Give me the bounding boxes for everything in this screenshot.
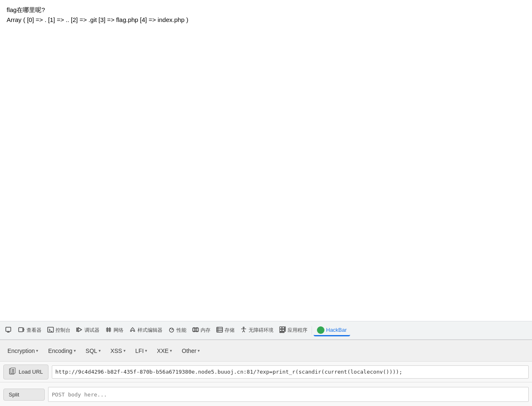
- load-url-button[interactable]: Load URL: [3, 365, 48, 379]
- hackbar-encoding-menu[interactable]: Encoding ▾: [44, 345, 80, 357]
- application-icon: [279, 326, 286, 334]
- xxe-arrow: ▾: [170, 348, 172, 353]
- devtools-hackbar-btn[interactable]: HackBar: [314, 325, 350, 336]
- browser-content: flag在哪里呢? Array ( [0] => . [1] => .. [2]…: [0, 0, 532, 340]
- memory-label: 内存: [201, 327, 210, 334]
- svg-line-40: [242, 331, 244, 332]
- sql-arrow: ▾: [99, 348, 101, 353]
- svg-rect-3: [19, 328, 23, 332]
- style-editor-label: 样式编辑器: [138, 327, 162, 334]
- svg-rect-44: [285, 327, 285, 329]
- hackbar-xss-menu[interactable]: XSS ▾: [106, 345, 130, 357]
- svg-line-41: [244, 331, 245, 332]
- devtools-application-btn[interactable]: 应用程序: [277, 325, 310, 336]
- sql-label: SQL: [86, 348, 97, 354]
- inspector-icon2: [18, 326, 25, 334]
- split-label: Split: [9, 391, 19, 398]
- application-label: 应用程序: [288, 327, 307, 334]
- svg-point-37: [243, 327, 244, 328]
- url-input[interactable]: [52, 365, 529, 379]
- devtools-inspector-btn[interactable]: [2, 325, 15, 336]
- encoding-label: Encoding: [48, 348, 72, 354]
- hackbar-sql-menu[interactable]: SQL ▾: [82, 345, 105, 357]
- devtools-storage-btn[interactable]: 存储: [214, 325, 237, 336]
- lfi-arrow: ▾: [145, 348, 147, 353]
- encryption-arrow: ▾: [36, 348, 38, 353]
- svg-rect-45: [280, 329, 282, 331]
- svg-rect-49: [282, 332, 284, 333]
- style-editor-icon: [129, 326, 136, 334]
- devtools-memory-btn[interactable]: 内存: [190, 325, 213, 336]
- svg-rect-46: [282, 329, 284, 331]
- accessibility-label: 无障碍环境: [249, 327, 273, 334]
- hackbar-xxe-menu[interactable]: XXE ▾: [153, 345, 176, 357]
- hackbar-url-row: Load URL: [0, 362, 532, 382]
- devtools-network-btn[interactable]: 网络: [103, 325, 126, 336]
- devtools-console-btn[interactable]: 控制台: [45, 325, 73, 336]
- inspector-label: 查看器: [27, 327, 41, 334]
- devtools-inspector-label-btn[interactable]: 查看器: [16, 325, 44, 336]
- xxe-label: XXE: [157, 348, 169, 354]
- memory-icon: [192, 326, 199, 334]
- hackbar-menu: Encryption ▾ Encoding ▾ SQL ▾ XSS ▾ LFI …: [0, 340, 532, 362]
- svg-rect-42: [280, 327, 282, 329]
- body-input[interactable]: [48, 387, 529, 402]
- storage-icon: [216, 326, 223, 334]
- console-label: 控制台: [56, 327, 70, 334]
- svg-marker-8: [78, 328, 82, 332]
- devtools-accessibility-btn[interactable]: 无障碍环境: [238, 325, 276, 336]
- debugger-icon: [76, 326, 83, 334]
- devtools-debugger-btn[interactable]: 调试器: [74, 325, 102, 336]
- hackbar-encryption-menu[interactable]: Encryption ▾: [3, 345, 42, 357]
- xss-arrow: ▾: [123, 348, 126, 353]
- other-label: Other: [182, 348, 196, 354]
- storage-label: 存储: [225, 327, 235, 334]
- toolbar-separator: [312, 326, 312, 335]
- svg-rect-43: [282, 327, 284, 329]
- other-arrow: ▾: [198, 348, 200, 353]
- performance-label: 性能: [177, 327, 186, 334]
- output-line2: Array ( [0] => . [1] => .. [2] => .git […: [7, 15, 525, 25]
- hackbar-body-row: Split: [0, 382, 532, 406]
- hackbar-panel: Encryption ▾ Encoding ▾ SQL ▾ XSS ▾ LFI …: [0, 340, 532, 406]
- load-url-label: Load URL: [19, 369, 43, 375]
- inspector-icon: [5, 326, 12, 334]
- lfi-label: LFI: [135, 348, 144, 354]
- hackbar-circle-icon: [317, 326, 324, 334]
- split-button[interactable]: Split: [3, 389, 45, 401]
- encoding-arrow: ▾: [74, 348, 76, 353]
- performance-icon: [168, 326, 175, 334]
- output-line1: flag在哪里呢?: [7, 5, 525, 15]
- console-icon: [47, 326, 54, 334]
- svg-rect-48: [280, 332, 282, 333]
- xss-label: XSS: [111, 348, 122, 354]
- network-label: 网络: [114, 327, 123, 334]
- hackbar-label: HackBar: [326, 327, 347, 333]
- accessibility-icon: [240, 326, 247, 334]
- network-icon: [105, 326, 112, 334]
- encryption-label: Encryption: [7, 348, 35, 354]
- svg-rect-47: [285, 329, 285, 331]
- load-icon: [9, 367, 16, 377]
- hackbar-lfi-menu[interactable]: LFI ▾: [131, 345, 151, 357]
- devtools-performance-btn[interactable]: 性能: [166, 325, 189, 336]
- hackbar-other-menu[interactable]: Other ▾: [178, 345, 204, 357]
- svg-line-17: [172, 329, 173, 330]
- devtools-toolbar: 查看器 控制台 调试器: [0, 321, 532, 340]
- svg-rect-0: [6, 327, 11, 331]
- debugger-label: 调试器: [85, 327, 99, 334]
- devtools-style-editor-btn[interactable]: 样式编辑器: [127, 325, 165, 336]
